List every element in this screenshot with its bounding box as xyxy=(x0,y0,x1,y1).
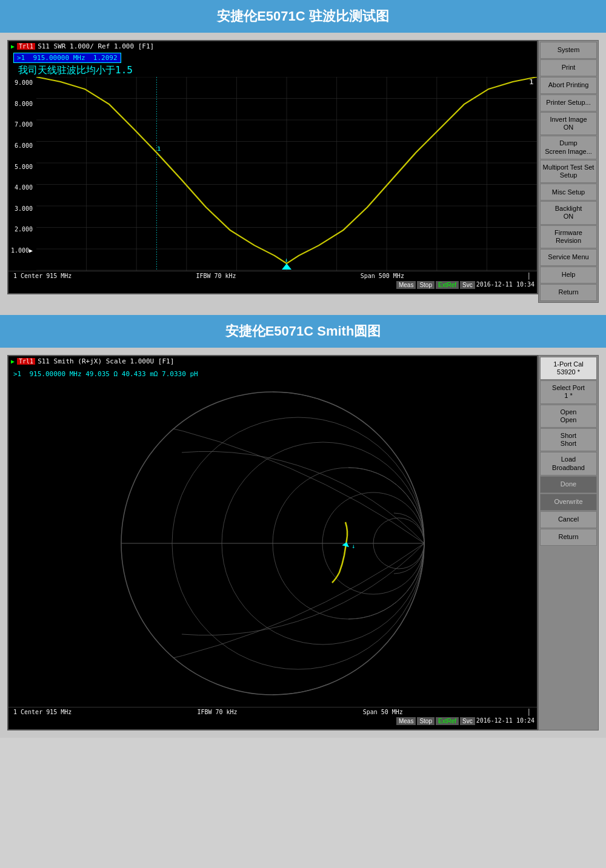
btn-invert-image[interactable]: Invert ImageON xyxy=(540,112,597,135)
btn-printer-setup[interactable]: Printer Setup... xyxy=(540,94,597,111)
btn-1port-cal[interactable]: 1-Port Cal53920 * xyxy=(540,357,597,380)
btn-done[interactable]: Done xyxy=(540,476,597,493)
btn-return-2[interactable]: Return xyxy=(540,529,597,546)
marker1-box: >1 915.00000 MHz 1.2092 xyxy=(13,53,121,63)
btn-dump-screen[interactable]: DumpScreen Image... xyxy=(540,136,597,159)
svg-text:↓: ↓ xyxy=(351,543,355,549)
instrument-panel-1: ▶ Trl1 S11 SWR 1.000/ Ref 1.000 [F1] >1 … xyxy=(0,33,606,310)
svg-text:▲: ▲ xyxy=(284,264,289,270)
btn-help[interactable]: Help xyxy=(540,267,597,283)
section-separator xyxy=(0,310,606,315)
trl1-badge: Trl1 xyxy=(17,43,35,50)
btn-cancel[interactable]: Cancel xyxy=(540,511,597,528)
btn-system[interactable]: System xyxy=(540,42,597,59)
btn-misc-setup[interactable]: Misc Setup xyxy=(540,184,597,200)
btn-service-menu[interactable]: Service Menu xyxy=(540,249,597,266)
smith-chart-area: ↓ xyxy=(8,380,537,707)
smith-svg: ↓ xyxy=(8,380,537,707)
btn-open[interactable]: OpenOpen xyxy=(540,405,597,428)
btn-backlight[interactable]: BacklightON xyxy=(540,201,597,224)
chart1-header-text: S11 SWR 1.000/ Ref 1.000 [F1] xyxy=(38,42,154,50)
svg-text:1: 1 xyxy=(529,79,534,86)
sidebar-1: System Print Abort Printing Printer Setu… xyxy=(538,40,599,303)
svg-text:↓: ↓ xyxy=(284,257,288,263)
btn-abort-printing[interactable]: Abort Printing xyxy=(540,77,597,94)
tag-bar-1: Meas Stop ExtRef Svc 2016-12-11 10:34 xyxy=(8,280,537,290)
swr-screen: ▶ Trl1 S11 SWR 1.000/ Ref 1.000 [F1] >1 … xyxy=(7,40,538,294)
smith-status-bar: 1 Center 915 MHz IFBW 70 kHz Span 50 MHz… xyxy=(8,707,537,717)
instrument-panel-2: ▶ Trl1 S11 Smith (R+jX) Scale 1.000U [F1… xyxy=(0,348,606,738)
btn-multiport[interactable]: Multiport Test SetSetup xyxy=(540,160,597,183)
svg-text:1: 1 xyxy=(157,146,161,152)
swr-status-bar: 1 Center 915 MHz IFBW 70 kHz Span 500 MH… xyxy=(8,271,537,280)
btn-short[interactable]: ShortShort xyxy=(540,428,597,451)
btn-load[interactable]: LoadBroadband xyxy=(540,452,597,475)
smith-marker-data: >1 915.00000 MHz 49.035 Ω 40.433 mΩ 7.03… xyxy=(13,370,198,378)
sidebar-2: 1-Port Cal53920 * Select Port1 * OpenOpe… xyxy=(538,355,599,731)
btn-overwrite[interactable]: Overwrite xyxy=(540,494,597,511)
btn-return-1[interactable]: Return xyxy=(540,284,597,301)
swr-chart-grid: 9.000 8.000 7.000 6.000 5.000 4.000 3.00… xyxy=(8,77,537,271)
btn-print[interactable]: Print xyxy=(540,59,597,76)
btn-firmware[interactable]: FirmwareRevision xyxy=(540,225,597,248)
tag-bar-2: Meas Stop ExtRef Svc 2016-12-11 10:24 xyxy=(8,717,537,726)
smith-screen: ▶ Trl1 S11 Smith (R+jX) Scale 1.000U [F1… xyxy=(7,355,538,731)
annotation-text: 我司天线驻波比均小于1.5 xyxy=(13,63,138,77)
section2-header: 安捷伦E5071C Smith圆图 xyxy=(0,315,606,348)
swr-svg: 1 1 ↓ ▲ xyxy=(36,77,537,271)
btn-select-port[interactable]: Select Port1 * xyxy=(540,380,597,403)
chart2-header-text: S11 Smith (R+jX) Scale 1.000U [F1] xyxy=(38,357,174,365)
section1-header: 安捷伦E5071C 驻波比测试图 xyxy=(0,0,606,33)
trl1-badge-2: Trl1 xyxy=(17,358,35,365)
